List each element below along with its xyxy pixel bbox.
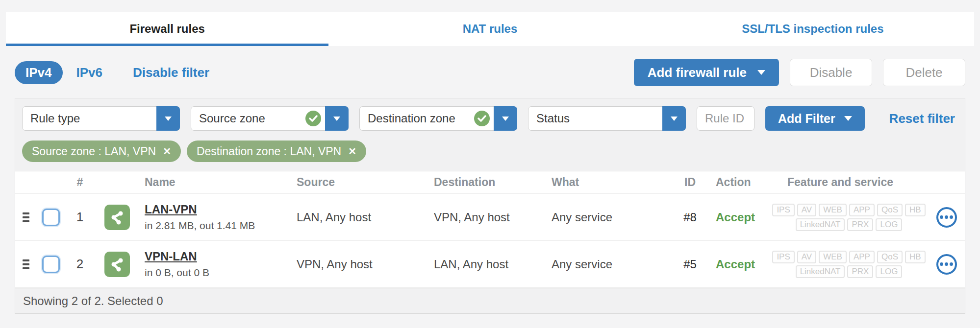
badge-prx: PRX (847, 265, 873, 278)
close-icon[interactable]: ✕ (348, 145, 356, 157)
destination-zone-dropdown[interactable]: Destination zone (359, 106, 517, 131)
badge-linkednat: LinkedNAT (796, 265, 845, 278)
badge-prx: PRX (847, 218, 873, 231)
filter-section: Rule type Source zone Destination zone S… (15, 98, 965, 171)
drag-handle-icon[interactable] (23, 212, 29, 222)
header-name: Name (140, 176, 292, 189)
chevron-down-icon[interactable] (662, 106, 686, 131)
header-what: What (547, 176, 669, 189)
chevron-down-icon[interactable] (494, 106, 517, 131)
rule-source: VPN, Any host (292, 258, 429, 271)
table-header-row: # Name Source Destination What ID Action… (15, 171, 965, 194)
reset-filter-link[interactable]: Reset filter (889, 111, 955, 126)
tab-ssl-tls-inspection-rules[interactable]: SSL/TLS inspection rules (652, 12, 974, 46)
badge-app: APP (849, 204, 875, 216)
badge-web: WEB (819, 251, 847, 263)
status-dropdown-label: Status (528, 112, 570, 125)
row-checkbox[interactable] (42, 209, 60, 226)
rule-id: #5 (669, 258, 711, 271)
rule-destination: VPN, Any host (429, 211, 547, 224)
filter-chip-destination-zone[interactable]: Destination zone : LAN, VPN ✕ (187, 141, 366, 162)
rule-type-dropdown[interactable]: Rule type (22, 106, 180, 131)
filter-chip-label: Destination zone : LAN, VPN (197, 145, 341, 158)
badge-hb: HB (905, 251, 926, 263)
source-zone-dropdown[interactable]: Source zone (191, 106, 349, 131)
header-num: # (65, 176, 95, 189)
close-icon[interactable]: ✕ (163, 145, 171, 157)
tab-bar: Firewall rules NAT rules SSL/TLS inspect… (6, 12, 974, 46)
badge-log: LOG (876, 265, 902, 278)
ipv4-toggle[interactable]: IPv4 (15, 61, 63, 84)
rule-name-link[interactable]: LAN-VPN (145, 203, 197, 216)
share-icon[interactable] (104, 252, 130, 277)
badge-av: AV (797, 204, 816, 216)
add-filter-button[interactable]: Add Filter (765, 106, 865, 131)
rule-action: Accept (711, 211, 770, 224)
badge-ips: IPS (772, 204, 794, 216)
rule-source: LAN, Any host (292, 211, 429, 224)
badge-log: LOG (876, 218, 902, 231)
row-checkbox[interactable] (42, 256, 60, 273)
rule-traffic: in 2.81 MB, out 1.41 MB (145, 220, 292, 232)
firewall-rules-panel: Rule type Source zone Destination zone S… (15, 98, 965, 314)
drag-handle-icon[interactable] (23, 259, 29, 269)
rules-table: # Name Source Destination What ID Action… (15, 171, 965, 288)
check-circle-icon (305, 111, 321, 126)
badge-hb: HB (905, 204, 926, 216)
add-firewall-rule-label: Add firewall rule (648, 65, 747, 80)
chevron-down-icon[interactable] (156, 106, 180, 131)
chevron-down-icon (757, 70, 765, 75)
row-number: 1 (65, 210, 95, 225)
header-destination: Destination (429, 176, 547, 189)
disable-filter-link[interactable]: Disable filter (133, 65, 209, 80)
feature-badges: IPS AV WEB APP QoS HB LinkedNAT PRX LOG (770, 204, 928, 231)
badge-linkednat: LinkedNAT (796, 218, 845, 231)
rule-what: Any service (547, 258, 669, 271)
add-firewall-rule-button[interactable]: Add firewall rule (634, 59, 779, 86)
header-action: Action (711, 176, 770, 189)
rule-traffic: in 0 B, out 0 B (145, 267, 292, 279)
row-number: 2 (65, 257, 95, 272)
delete-button[interactable]: Delete (883, 59, 965, 86)
showing-count-text: Showing 2 of 2. Selected 0 (23, 294, 163, 308)
table-footer: Showing 2 of 2. Selected 0 (15, 288, 965, 313)
badge-app: APP (849, 251, 875, 263)
chevron-down-icon[interactable] (325, 106, 349, 131)
rule-type-dropdown-label: Rule type (23, 112, 80, 125)
header-features: Feature and service (770, 176, 928, 189)
table-row: 1 LAN-VPN in 2.81 MB, out 1.41 MB LAN, A… (15, 194, 965, 241)
rule-what: Any service (547, 211, 669, 224)
rule-action: Accept (711, 258, 770, 271)
rule-id: #8 (669, 211, 711, 224)
ellipsis-menu-icon[interactable] (936, 207, 957, 228)
active-filter-chips: Source zone : LAN, VPN ✕ Destination zon… (22, 141, 958, 162)
rule-id-input[interactable] (697, 106, 754, 131)
tab-firewall-rules[interactable]: Firewall rules (6, 12, 328, 46)
source-zone-dropdown-label: Source zone (191, 112, 265, 125)
badge-qos: QoS (877, 204, 903, 216)
badge-av: AV (797, 251, 816, 263)
filter-chip-label: Source zone : LAN, VPN (32, 145, 156, 158)
disable-button[interactable]: Disable (790, 59, 872, 86)
toolbar: IPv4 IPv6 Disable filter Add firewall ru… (15, 59, 965, 86)
tab-nat-rules[interactable]: NAT rules (328, 12, 651, 46)
rule-destination: LAN, Any host (429, 258, 547, 271)
ellipsis-menu-icon[interactable] (936, 254, 957, 275)
header-id: ID (669, 176, 711, 189)
badge-qos: QoS (877, 251, 903, 263)
chevron-down-icon (844, 116, 852, 121)
add-filter-label: Add Filter (778, 112, 835, 126)
feature-badges: IPS AV WEB APP QoS HB LinkedNAT PRX LOG (770, 251, 928, 278)
destination-zone-dropdown-label: Destination zone (360, 112, 455, 125)
share-icon[interactable] (104, 205, 130, 230)
rule-name-link[interactable]: VPN-LAN (145, 250, 197, 263)
filter-row: Rule type Source zone Destination zone S… (22, 106, 958, 131)
table-row: 2 VPN-LAN in 0 B, out 0 B VPN, Any host … (15, 241, 965, 288)
filter-chip-source-zone[interactable]: Source zone : LAN, VPN ✕ (22, 141, 181, 162)
header-source: Source (292, 176, 429, 189)
check-circle-icon (474, 111, 490, 126)
ipv6-toggle[interactable]: IPv6 (76, 65, 103, 80)
badge-web: WEB (819, 204, 847, 216)
status-dropdown[interactable]: Status (528, 106, 686, 131)
badge-ips: IPS (772, 251, 794, 263)
